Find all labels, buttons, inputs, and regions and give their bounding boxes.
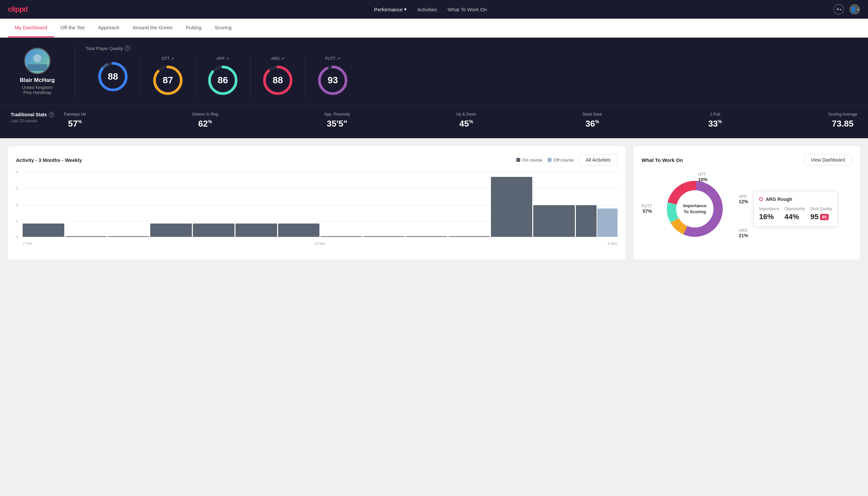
stat-value: 35'5" bbox=[324, 119, 350, 129]
stat-greens: Greens In Reg 62% bbox=[192, 112, 218, 129]
player-handicap: Plus Handicap bbox=[23, 90, 51, 95]
stats-label: Traditional Stats ? Last 20 rounds bbox=[11, 112, 64, 123]
score-ott: OTT ↗ 87 bbox=[141, 56, 195, 97]
add-button[interactable]: + ▾ bbox=[833, 4, 844, 15]
tab-nav: My Dashboard Off the Tee Approach Around… bbox=[0, 19, 868, 37]
nav-performance[interactable]: Performance ▾ bbox=[374, 6, 407, 12]
nav-right: + ▾ 👤 ▾ bbox=[833, 4, 860, 15]
stat-oneputt: 1 Putt 33% bbox=[708, 112, 722, 129]
chevron-down-icon: ▾ bbox=[404, 6, 407, 12]
legend-on-course: On course bbox=[516, 158, 542, 162]
x-label-feb: 7 Feb bbox=[23, 242, 32, 246]
x-label-may: 9 May bbox=[607, 242, 617, 246]
tab-my-dashboard[interactable]: My Dashboard bbox=[8, 19, 54, 37]
ring-ott: 87 bbox=[151, 64, 185, 97]
bar-group bbox=[108, 236, 149, 237]
bar-group bbox=[23, 223, 64, 237]
nav-activities[interactable]: Activities bbox=[417, 7, 437, 12]
ring-total: 88 bbox=[96, 60, 129, 93]
tooltip-opportunity: Opportunity 44% bbox=[784, 206, 805, 221]
y-label-2: 2 bbox=[16, 203, 18, 207]
bars bbox=[23, 172, 617, 237]
stat-fairways: Fairways Hit 57% bbox=[64, 112, 86, 129]
tooltip-importance: Importance 16% bbox=[759, 206, 779, 221]
tooltip-dot bbox=[759, 197, 763, 201]
avatar bbox=[24, 48, 51, 74]
chevron-down-icon: ▾ bbox=[857, 7, 859, 11]
bar-on bbox=[108, 236, 149, 237]
work-on-card: What To Work On View Dashboard Importanc… bbox=[633, 146, 860, 260]
chart-legend: On course Off course bbox=[516, 158, 573, 162]
bar-on bbox=[278, 223, 320, 237]
score-app: APP ↗ 86 bbox=[195, 56, 251, 97]
player-name: Blair McHarg bbox=[20, 77, 55, 83]
view-dashboard-button[interactable]: View Dashboard bbox=[804, 154, 852, 166]
app-segment-label: APP 12% bbox=[739, 194, 748, 204]
nav-what-to-work-on[interactable]: What To Work On bbox=[448, 7, 487, 12]
arg-label: ARG ↗ bbox=[271, 56, 284, 61]
y-label-1: 1 bbox=[16, 219, 18, 223]
bar-group bbox=[65, 236, 107, 237]
bar-on bbox=[491, 177, 533, 237]
tab-putting[interactable]: Putting bbox=[179, 19, 208, 37]
score-arg: ARG ↗ 88 bbox=[251, 56, 305, 97]
legend-off-course: Off course bbox=[548, 158, 573, 162]
arrow-up-icon: ↗ bbox=[337, 56, 341, 61]
scores-section: Total Player Quality ? 88 OTT bbox=[85, 46, 857, 97]
tab-off-the-tee[interactable]: Off the Tee bbox=[54, 19, 92, 37]
score-ott-value: 87 bbox=[162, 75, 173, 86]
top-nav: clippd Performance ▾ Activities What To … bbox=[0, 0, 868, 19]
bar-group bbox=[576, 205, 617, 237]
stats-section: Traditional Stats ? Last 20 rounds Fairw… bbox=[0, 105, 868, 138]
score-app-value: 86 bbox=[218, 75, 228, 86]
tooltip-shotquality: Shot Quality 95 95 bbox=[810, 206, 832, 221]
stat-updown: Up & Down 45% bbox=[456, 112, 476, 129]
player-country: United Kingdom bbox=[22, 85, 53, 90]
bar-group bbox=[363, 236, 405, 237]
card-header: What To Work On View Dashboard bbox=[642, 154, 852, 166]
arg-segment-label: ARG 21% bbox=[739, 228, 748, 238]
bar-group bbox=[278, 223, 320, 237]
stat-name: Sand Save bbox=[583, 112, 602, 117]
player-info: Blair McHarg United Kingdom Plus Handica… bbox=[11, 48, 64, 95]
donut-chart: Importance To Scoring bbox=[662, 175, 728, 242]
ring-arg: 88 bbox=[261, 64, 295, 97]
tooltip-stat-name: Importance bbox=[759, 206, 779, 211]
app-label: APP ↗ bbox=[217, 56, 229, 61]
donut-wrapper: Importance To Scoring PUTT 57% OTT 10% A… bbox=[642, 172, 748, 246]
nav-links: Performance ▾ Activities What To Work On bbox=[374, 6, 487, 12]
stats-help-icon[interactable]: ? bbox=[49, 112, 54, 117]
ott-segment-label: OTT 10% bbox=[698, 172, 708, 182]
help-icon[interactable]: ? bbox=[125, 46, 130, 51]
bar-chart: 4 3 2 1 0 bbox=[23, 172, 617, 246]
all-activities-button[interactable]: All Activities bbox=[579, 154, 617, 166]
stat-name: Scoring Average bbox=[828, 112, 857, 117]
svg-rect-2 bbox=[27, 64, 47, 71]
user-icon: 👤 bbox=[850, 6, 857, 13]
divider bbox=[75, 46, 75, 97]
tooltip-stat-value: 95 95 bbox=[810, 213, 832, 221]
bar-off bbox=[597, 208, 617, 237]
bar-group bbox=[193, 223, 235, 237]
stat-sandsave: Sand Save 36% bbox=[583, 112, 602, 129]
y-label-0: 0 bbox=[16, 235, 18, 239]
tab-scoring[interactable]: Scoring bbox=[208, 19, 238, 37]
score-putt: PUTT ↗ 93 bbox=[305, 56, 360, 97]
tab-around-the-green[interactable]: Around the Green bbox=[126, 19, 179, 37]
legend-dot-on bbox=[516, 158, 520, 162]
tooltip-stats: Importance 16% Opportunity 44% Shot Qual… bbox=[759, 206, 832, 221]
stats-subtitle: Last 20 rounds bbox=[11, 119, 64, 123]
tab-approach[interactable]: Approach bbox=[91, 19, 126, 37]
svg-text:Importance: Importance bbox=[683, 203, 707, 208]
tooltip-stat-value: 44% bbox=[784, 213, 805, 221]
x-label-mar: 28 Mar bbox=[314, 242, 326, 246]
donut-section: Importance To Scoring PUTT 57% OTT 10% A… bbox=[642, 172, 852, 246]
tooltip-stat-value: 16% bbox=[759, 213, 779, 221]
avatar[interactable]: 👤 ▾ bbox=[849, 4, 860, 15]
arrow-up-icon: ↗ bbox=[171, 56, 174, 61]
bar-group bbox=[491, 177, 533, 237]
legend-dot-off bbox=[548, 158, 552, 162]
stat-value: 62% bbox=[192, 119, 218, 129]
bar-on bbox=[448, 236, 490, 237]
chevron-down-icon: ▾ bbox=[840, 7, 841, 11]
